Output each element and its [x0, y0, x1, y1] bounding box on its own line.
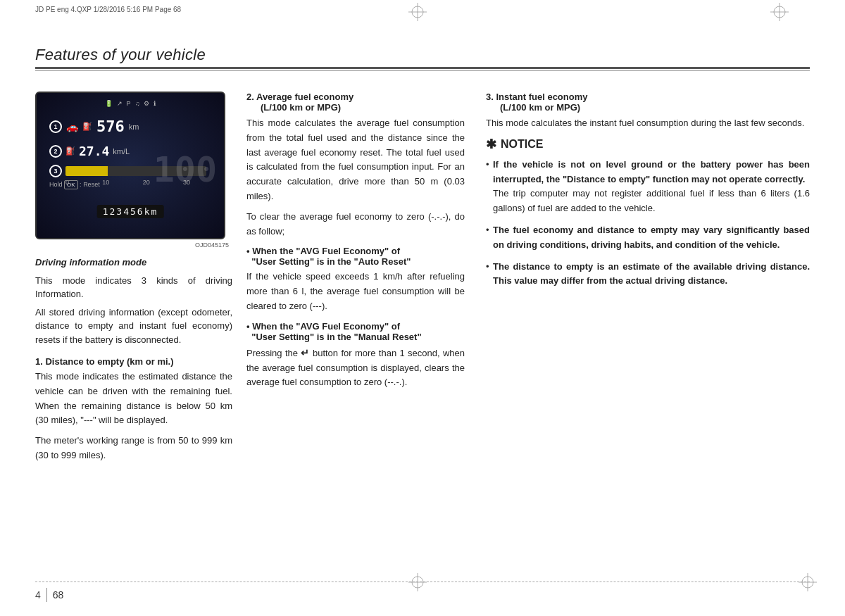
dash-icon-settings: ⚙ — [144, 100, 149, 107]
dash-fuel-icon: ⛽ — [82, 122, 92, 131]
dash-distance-unit: km — [129, 122, 139, 131]
page-title-bar: Features of your vehicle — [35, 46, 810, 71]
bullet2-text: Pressing the ↵ button for more than 1 se… — [246, 345, 465, 390]
notice-bullet-3: The distance to empty is an estimate of … — [486, 260, 810, 289]
notice-bullet1-bold: If the vehicle is not on level ground or… — [493, 159, 810, 184]
dash-ok-button: OK — [64, 180, 78, 189]
crosshair-top-right — [770, 3, 789, 21]
dash-icons-row: 🔋 ↗ P ♫ ⚙ ℹ — [105, 100, 156, 107]
notice-asterisk-icon: ✱ — [486, 137, 496, 152]
bullet2-section: • When the "AVG Fuel Economy" of "User S… — [246, 321, 465, 390]
dash-row1: 1 🚗 ⛽ 576 km — [49, 118, 139, 135]
dash-label-10: 10 — [102, 179, 109, 186]
dash-icon-music: ♫ — [135, 100, 140, 107]
crosshair-top-mid — [408, 3, 427, 21]
notice-bullet2-text: The fuel economy and distance to empty m… — [493, 225, 810, 250]
section3-heading-line2: (L/100 km or MPG) — [486, 102, 580, 113]
bullet2-heading: • When the "AVG Fuel Economy" of "User S… — [246, 321, 465, 342]
section3-text: This mode calculates the instant fuel co… — [486, 116, 810, 131]
footer-page-num: 68 — [53, 589, 64, 601]
dashboard-inner: 🔋 ↗ P ♫ ⚙ ℹ 1 🚗 ⛽ 576 km 2 — [37, 93, 224, 238]
footer-section-num: 4 — [35, 589, 41, 601]
bullet2-pre: Pressing the — [246, 348, 298, 358]
right-column: 3. Instant fuel economy (L/100 km or MPG… — [486, 92, 810, 296]
caption-text1: This mode indicates 3 kinds of driving I… — [35, 274, 232, 301]
bullet2-arrow: ↵ — [301, 347, 313, 358]
dash-economy-value: 27.4 — [79, 144, 109, 158]
notice-box: ✱ NOTICE If the vehicle is not on level … — [486, 137, 810, 289]
dash-controls: Hold OK : Reset — [49, 181, 100, 188]
title-line — [35, 67, 810, 69]
dash-car-icon: 🚗 — [66, 121, 78, 132]
notice-bullet1-normal: The trip computer may not register addit… — [493, 188, 810, 213]
dash-num3: 3 — [49, 165, 62, 177]
dash-fuel-icon2: ⛽ — [65, 146, 75, 156]
section1-text1: This mode indicates the estimated distan… — [35, 370, 232, 428]
bullet1-heading: • When the "AVG Fuel Economy" of "User S… — [246, 246, 465, 267]
dash-faded-100: 100 — [154, 149, 217, 190]
notice-bullet-2: The fuel economy and distance to empty m… — [486, 223, 810, 253]
left-column: 🔋 ↗ P ♫ ⚙ ℹ 1 🚗 ⛽ 576 km 2 — [35, 92, 232, 469]
dash-icon-park: P — [127, 100, 131, 107]
page-title: Features of your vehicle — [35, 46, 810, 64]
dash-reset-label: Reset — [83, 181, 100, 188]
dash-icon-arrow: ↗ — [117, 100, 123, 107]
mid-column: 2. Average fuel economy (L/100 km or MPG… — [246, 92, 465, 396]
footer: 4 68 — [35, 582, 810, 602]
caption-heading: Driving information mode — [35, 256, 232, 270]
section2-text1: This mode calculates the average fuel co… — [246, 116, 465, 204]
dash-distance-value: 576 — [96, 118, 125, 135]
dash-row2: 2 ⛽ 27.4 km/L — [49, 144, 130, 158]
footer-divider — [46, 588, 47, 602]
dash-odometer: 123456km — [97, 205, 164, 218]
dash-label-20: 20 — [143, 179, 150, 186]
section2-text2: To clear the average fuel economy to zer… — [246, 210, 465, 239]
section1-text2: The meter's working range is from 50 to … — [35, 434, 232, 463]
notice-bullet-1: If the vehicle is not on level ground or… — [486, 158, 810, 216]
image-caption: Driving information mode This mode indic… — [35, 256, 232, 346]
image-code: OJD045175 — [35, 241, 232, 249]
section2-heading: 2. Average fuel economy (L/100 km or MPG… — [246, 92, 465, 113]
caption-text2: All stored driving information (except o… — [35, 306, 232, 347]
dash-bar-fill — [65, 166, 108, 176]
dash-hold-label: Hold — [49, 181, 63, 188]
section3-heading: 3. Instant fuel economy (L/100 km or MPG… — [486, 92, 810, 113]
dash-economy-unit: km/L — [113, 147, 130, 156]
section2-heading-line2: (L/100 km or MPG) — [246, 102, 341, 113]
content-area: 🔋 ↗ P ♫ ⚙ ℹ 1 🚗 ⛽ 576 km 2 — [35, 92, 810, 560]
dash-num1: 1 — [49, 120, 62, 133]
dash-icon-info: ℹ — [154, 100, 156, 107]
header-meta: JD PE eng 4.QXP 1/28/2016 5:16 PM Page 6… — [35, 6, 181, 13]
dashboard-image: 🔋 ↗ P ♫ ⚙ ℹ 1 🚗 ⛽ 576 km 2 — [35, 92, 225, 239]
notice-title: NOTICE — [501, 138, 543, 151]
section1-heading: 1. Distance to empty (km or mi.) — [35, 356, 232, 367]
notice-bullet3-text: The distance to empty is an estimate of … — [493, 261, 810, 287]
dash-icon-battery: 🔋 — [105, 100, 113, 107]
bullet1-section: • When the "AVG Fuel Economy" of "User S… — [246, 246, 465, 313]
notice-header: ✱ NOTICE — [486, 137, 810, 152]
bullet1-text: If the vehicle speed exceeds 1 km/h afte… — [246, 270, 465, 313]
title-line-thin — [35, 70, 810, 71]
dash-num2: 2 — [49, 145, 62, 158]
